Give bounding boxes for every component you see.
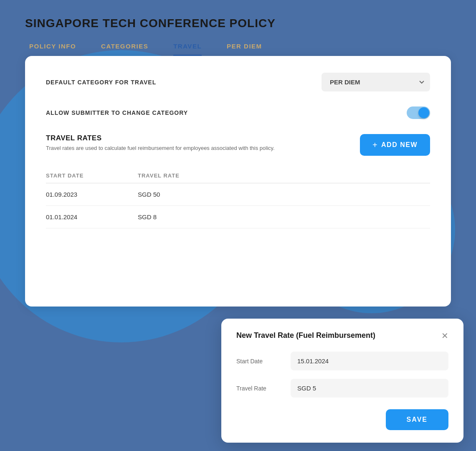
modal-footer: SAVE <box>236 409 448 430</box>
row-2-travel-rate: SGD 8 <box>138 213 430 220</box>
travel-rates-section: TRAVEL RATES Travel rates are used to ca… <box>46 134 430 156</box>
modal-title: New Travel Rate (Fuel Reimbursement) <box>236 331 375 340</box>
tabs-nav: POLICY INFO CATEGORIES TRAVEL PER DIEM <box>25 43 451 56</box>
add-new-label: ADD NEW <box>381 141 418 149</box>
travel-rates-header-text: TRAVEL RATES Travel rates are used to ca… <box>46 134 275 152</box>
modal-start-date-label: Start Date <box>236 358 291 365</box>
col-travel-rate: TRAVEL RATE <box>138 172 430 179</box>
default-category-label: DEFAULT CATEGORY FOR TRAVEL <box>46 79 156 86</box>
tab-policy-info[interactable]: POLICY INFO <box>29 43 76 56</box>
row-2-start-date: 01.01.2024 <box>46 213 138 220</box>
modal-close-button[interactable]: ✕ <box>441 332 448 340</box>
tab-per-diem[interactable]: PER DIEM <box>227 43 262 56</box>
tab-travel[interactable]: TRAVEL <box>173 43 202 56</box>
page-title: SINGAPORE TECH CONFERENCE POLICY <box>25 17 451 30</box>
new-travel-rate-modal: New Travel Rate (Fuel Reimbursement) ✕ S… <box>221 319 463 443</box>
modal-start-date-input[interactable] <box>291 352 448 370</box>
modal-start-date-field: Start Date <box>236 352 448 370</box>
add-new-button[interactable]: + ADD NEW <box>360 134 430 156</box>
default-category-row: DEFAULT CATEGORY FOR TRAVEL PER DIEM MEA… <box>46 73 430 91</box>
main-card: DEFAULT CATEGORY FOR TRAVEL PER DIEM MEA… <box>25 56 451 307</box>
modal-header: New Travel Rate (Fuel Reimbursement) ✕ <box>236 331 448 340</box>
modal-travel-rate-field: Travel Rate <box>236 379 448 398</box>
toggle-knob <box>418 107 429 118</box>
toggle-track[interactable] <box>407 106 430 119</box>
allow-change-toggle[interactable] <box>407 106 430 119</box>
tab-categories[interactable]: CATEGORIES <box>101 43 148 56</box>
modal-travel-rate-label: Travel Rate <box>236 385 291 392</box>
row-1-travel-rate: SGD 50 <box>138 191 430 198</box>
table-row: 01.01.2024 SGD 8 <box>46 206 430 228</box>
save-button[interactable]: SAVE <box>386 409 448 430</box>
col-start-date: START DATE <box>46 172 138 179</box>
modal-travel-rate-input[interactable] <box>291 379 448 398</box>
table-header: START DATE TRAVEL RATE <box>46 168 430 183</box>
allow-change-label: ALLOW SUBMITTER TO CHANGE CATEGORY <box>46 109 188 116</box>
plus-icon: + <box>372 141 378 149</box>
allow-submitter-row: ALLOW SUBMITTER TO CHANGE CATEGORY <box>46 106 430 119</box>
travel-rates-desc: Travel rates are used to calculate fuel … <box>46 144 275 152</box>
default-category-select[interactable]: PER DIEM MEALS TRANSPORT ACCOMMODATION <box>322 73 430 91</box>
table-row: 01.09.2023 SGD 50 <box>46 183 430 206</box>
travel-rates-title: TRAVEL RATES <box>46 134 275 142</box>
row-1-start-date: 01.09.2023 <box>46 191 138 198</box>
